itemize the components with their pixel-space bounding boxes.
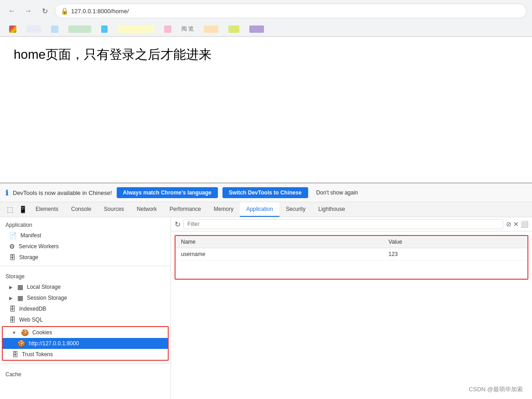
serviceworkers-icon: ⚙: [9, 243, 15, 250]
banner-text: DevTools is now available in Chinese!: [13, 189, 112, 196]
table-row[interactable]: username 123: [176, 248, 527, 261]
tab-elements[interactable]: Elements: [29, 202, 65, 217]
devtools-panel: ℹ DevTools is now available in Chinese! …: [0, 183, 532, 399]
sidebar-item-serviceworkers[interactable]: ⚙ Service Workers: [0, 241, 170, 252]
nav-bar: ← → ↻ 🔒 127.0.0.1:8000/home/: [0, 0, 532, 22]
cookies-section: ▼ 🍪 Cookies 🍪 http://127.0.0.1:8000 🗄 Tr…: [2, 326, 169, 361]
sidebar-item-localstorage[interactable]: ▶ ▦ Local Storage: [0, 281, 170, 292]
sidebar-item-websql[interactable]: 🗄 Web SQL: [0, 314, 170, 325]
table-row-empty: [176, 261, 527, 279]
sessionstorage-icon: ▦: [17, 294, 23, 302]
page-content: home页面，只有登录之后才能进来: [0, 37, 532, 183]
cookies-label: Cookies: [32, 329, 52, 336]
data-table-container: Name Value username 123: [175, 235, 528, 280]
indexeddb-label: IndexedDB: [19, 306, 46, 312]
filter-bar: ↻ ⊘ ✕ ⬜: [171, 217, 532, 231]
bookmark-8[interactable]: [200, 25, 222, 34]
filter-delete-button[interactable]: ✕: [513, 220, 519, 228]
empty-row: [176, 261, 527, 279]
filter-expand-button[interactable]: ⬜: [521, 220, 528, 228]
refresh-icon[interactable]: ↻: [175, 220, 181, 229]
sidebar-item-trusttokens[interactable]: 🗄 Trust Tokens: [3, 349, 168, 360]
sidebar-divider-1: [0, 266, 170, 266]
localstorage-label: Local Storage: [27, 284, 61, 290]
trusttokens-label: Trust Tokens: [22, 351, 53, 358]
bookmarks-bar: 阅 览: [0, 22, 532, 36]
filter-input[interactable]: [183, 219, 503, 229]
sidebar: Application 📄 Manifest ⚙ Service Workers…: [0, 217, 171, 399]
bookmark-icon-4: [101, 26, 108, 33]
tab-network[interactable]: Network: [130, 202, 163, 217]
trusttokens-icon: 🗄: [12, 351, 18, 358]
devtools-body: Application 📄 Manifest ⚙ Service Workers…: [0, 217, 532, 399]
cell-name: username: [176, 248, 383, 261]
lock-icon: 🔒: [61, 7, 68, 15]
sidebar-item-indexeddb[interactable]: 🗄 IndexedDB: [0, 303, 170, 314]
filter-clear-button[interactable]: ⊘: [506, 220, 511, 228]
match-language-button[interactable]: Always match Chrome's language: [117, 187, 218, 198]
bookmark-10[interactable]: [246, 25, 268, 34]
device-icon[interactable]: 📱: [16, 203, 29, 216]
bookmark-icon-2: [51, 26, 58, 33]
bookmark-label-7: 阅 览: [181, 25, 194, 33]
dont-show-button[interactable]: Don't show again: [313, 187, 362, 198]
filter-actions: ⊘ ✕ ⬜: [506, 220, 528, 228]
page-title: home页面，只有登录之后才能进来: [14, 46, 212, 63]
bookmark-2[interactable]: [47, 25, 62, 34]
apps-icon: [9, 26, 16, 33]
bookmark-icon-5: [118, 26, 154, 33]
switch-chinese-button[interactable]: Switch DevTools to Chinese: [222, 187, 308, 198]
reload-button[interactable]: ↻: [38, 5, 51, 17]
cursor-icon[interactable]: ⬚: [4, 203, 16, 216]
bookmark-6[interactable]: [160, 25, 175, 34]
cookie-url-icon: 🍪: [17, 340, 25, 347]
data-table: Name Value username 123: [176, 236, 527, 279]
bookmark-5[interactable]: [114, 25, 158, 34]
forward-button[interactable]: →: [22, 5, 35, 17]
tab-memory[interactable]: Memory: [207, 202, 240, 217]
bookmark-icon-10: [249, 26, 264, 33]
bookmark-9[interactable]: [225, 25, 243, 34]
sidebar-item-cookie-url[interactable]: 🍪 http://127.0.0.1:8000: [3, 338, 168, 349]
bookmark-apps[interactable]: [5, 25, 20, 34]
devtools-banner: ℹ DevTools is now available in Chinese! …: [0, 184, 532, 202]
localstorage-arrow: ▶: [9, 285, 13, 290]
bookmark-1[interactable]: [23, 25, 45, 34]
tab-performance[interactable]: Performance: [163, 202, 207, 217]
bookmark-7[interactable]: 阅 览: [178, 24, 197, 34]
watermark: CSDN @最萌毕加索: [469, 385, 523, 394]
tab-lighthouse[interactable]: Lighthouse: [312, 202, 351, 217]
tab-sources[interactable]: Sources: [98, 202, 130, 217]
bookmark-icon-1: [26, 26, 41, 33]
sidebar-item-manifest[interactable]: 📄 Manifest: [0, 230, 170, 241]
websql-icon: 🗄: [9, 316, 15, 323]
tab-security[interactable]: Security: [279, 202, 312, 217]
sidebar-item-cookies[interactable]: ▼ 🍪 Cookies: [3, 327, 168, 338]
sidebar-section-application: Application: [0, 217, 170, 230]
websql-label: Web SQL: [19, 317, 43, 323]
indexeddb-icon: 🗄: [9, 305, 15, 312]
info-icon: ℹ: [5, 189, 8, 197]
url-text: 127.0.0.1:8000/home/: [71, 8, 129, 15]
back-button[interactable]: ←: [5, 5, 18, 17]
tab-application[interactable]: Application: [240, 202, 279, 217]
storage-app-label: Storage: [19, 254, 38, 261]
sidebar-item-storage-app[interactable]: 🗄 Storage: [0, 252, 170, 263]
manifest-icon: 📄: [9, 232, 17, 239]
sidebar-section-cache: Cache: [0, 367, 170, 379]
bookmark-icon-9: [228, 26, 239, 33]
tab-console[interactable]: Console: [65, 202, 98, 217]
bookmark-4[interactable]: [98, 25, 111, 34]
bookmark-icon-3: [68, 26, 91, 33]
sidebar-section-storage: Storage: [0, 269, 170, 281]
main-panel: ↻ ⊘ ✕ ⬜ Name Value: [171, 217, 532, 399]
localstorage-icon: ▦: [17, 283, 23, 291]
sidebar-item-sessionstorage[interactable]: ▶ ▦ Session Storage: [0, 292, 170, 303]
sidebar-divider-2: [0, 363, 170, 364]
cookies-icon: 🍪: [21, 329, 29, 336]
cookies-arrow: ▼: [12, 330, 16, 335]
sessionstorage-label: Session Storage: [27, 295, 67, 301]
col-header-name: Name: [176, 236, 383, 248]
address-bar[interactable]: 🔒 127.0.0.1:8000/home/: [55, 4, 527, 18]
bookmark-3[interactable]: [65, 25, 95, 34]
